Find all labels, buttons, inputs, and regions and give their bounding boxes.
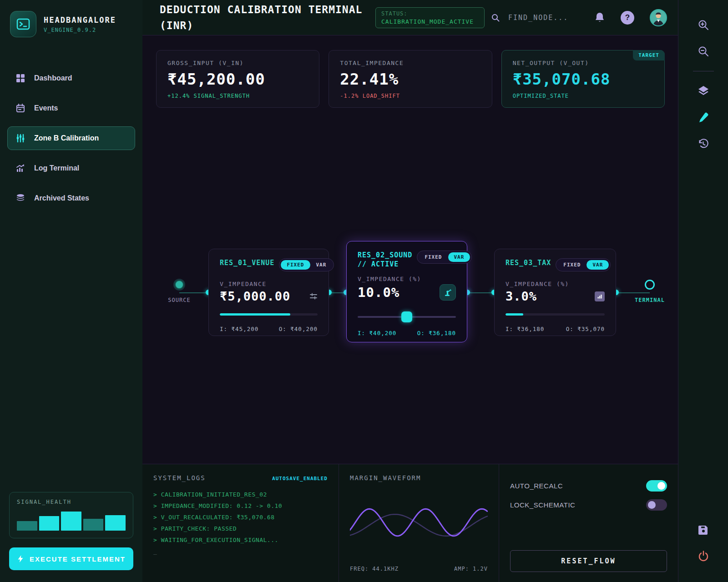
node-value: 10.0%	[358, 285, 399, 300]
stat-card-gross-input: GROSS_INPUT (V_IN) ₹45,200.00 +12.4% SIG…	[156, 50, 319, 108]
stat-card-total-impedance: TOTAL_IMPEDANCE 22.41% -1.2% LOAD_SHIFT	[329, 50, 492, 108]
signal-health-bar	[105, 515, 126, 531]
stat-delta: +12.4% SIGNAL_STRENGTH	[167, 93, 308, 99]
sidebar-item-label: Dashboard	[34, 74, 72, 82]
sidebar-item-label: Zone B Calibration	[34, 134, 99, 142]
slider-thumb[interactable]	[401, 311, 412, 322]
source-label: SOURCE	[168, 297, 190, 303]
right-toolbar	[678, 0, 728, 582]
save-button[interactable]	[698, 524, 709, 536]
log-line: > IMPEDANCE_MODIFIED: 0.12 -> 0.10	[153, 500, 328, 512]
sidebar-item-zone-b-calibration[interactable]: Zone B Calibration	[7, 126, 135, 150]
logs-title: SYSTEM_LOGS	[153, 474, 206, 482]
log-chart-icon	[15, 163, 26, 173]
search-placeholder: FIND_NODE...	[508, 14, 568, 22]
signal-health-card: SIGNAL_HEALTH	[9, 492, 133, 538]
node-value-label: V_IMPEDANCE (%)	[506, 281, 605, 287]
sidebar-item-label: Log Terminal	[34, 164, 79, 172]
fixed-var-toggle: FIXED VAR	[279, 258, 334, 271]
adjustments-icon[interactable]	[309, 292, 318, 301]
node-input-value: I: ₹45,200	[220, 326, 258, 332]
header: DEDUCTION CALIBRATION TERMINAL (INR) STA…	[142, 0, 678, 35]
node-value: 3.0%	[506, 289, 537, 303]
bottom-strip: SYSTEM_LOGS AUTOSAVE_ENABLED > CALIBRATI…	[142, 464, 678, 582]
log-line: > CALIBRATION_INITIATED_RES_02	[153, 489, 328, 500]
sidebar: HEADBANGALORE V_ENGINE_0.9.2 Dashboard	[0, 0, 142, 582]
signal-health-bars	[17, 511, 126, 531]
system-logs-panel: SYSTEM_LOGS AUTOSAVE_ENABLED > CALIBRATI…	[142, 464, 339, 582]
log-cursor: _	[153, 546, 328, 557]
impedance-progress	[506, 313, 605, 316]
node-output-value: O: ₹36,180	[417, 330, 456, 336]
brand-name: HEADBANGALORE	[44, 15, 116, 25]
fixed-var-toggle: FIXED VAR	[556, 258, 611, 271]
sidebar-item-log-terminal[interactable]: Log Terminal	[7, 156, 135, 180]
toolbar-divider	[693, 71, 714, 71]
node-input-value: I: ₹40,200	[358, 330, 396, 336]
signal-health-bar	[83, 519, 104, 531]
autosave-badge: AUTOSAVE_ENABLED	[272, 476, 328, 482]
sidebar-item-dashboard[interactable]: Dashboard	[7, 66, 135, 90]
node-title: RES_02_SOUND // ACTIVE	[358, 251, 412, 269]
status-label: STATUS:	[381, 10, 479, 17]
find-node-search[interactable]: FIND_NODE...	[491, 13, 568, 22]
toggle-var[interactable]: VAR	[310, 260, 333, 270]
archived-database-icon	[15, 193, 26, 203]
node-output-value: O: ₹35,070	[566, 326, 605, 332]
node-title: RES_01_VENUE	[220, 258, 274, 267]
toggle-fixed[interactable]: FIXED	[281, 260, 310, 270]
robot-arm-icon[interactable]	[440, 284, 456, 301]
auto-recalc-toggle[interactable]	[646, 480, 667, 492]
lock-schematic-label: LOCK_SCHEMATIC	[510, 501, 575, 509]
zoom-out-button[interactable]	[698, 45, 709, 57]
waveform-title: MARGIN_WAVEFORM	[350, 474, 488, 482]
node-input-value: I: ₹36,180	[506, 326, 544, 332]
impedance-slider[interactable]	[358, 316, 456, 318]
node-res-03-tax: RES_03_TAX FIXED VAR V_IMPEDANCE (%) 3.0…	[494, 249, 616, 336]
toggle-fixed[interactable]: FIXED	[419, 252, 448, 262]
stat-label: NET_OUTPUT (V_OUT)	[513, 60, 653, 66]
stat-delta: -1.2% LOAD_SHIFT	[340, 93, 480, 99]
signal-health-bar	[39, 516, 60, 531]
stat-delta: OPTIMIZED_STATE	[513, 93, 653, 99]
log-output: > CALIBRATION_INITIATED_RES_02 > IMPEDAN…	[153, 489, 328, 557]
margin-waveform-panel: MARGIN_WAVEFORM FREQ: 44.1KHZ AMP: 1.2V	[339, 464, 499, 582]
lock-schematic-toggle[interactable]	[646, 499, 667, 511]
user-avatar[interactable]	[650, 9, 667, 26]
toggle-var[interactable]: VAR	[586, 260, 609, 270]
edit-pencil-button[interactable]	[698, 111, 709, 123]
status-badge: STATUS: CALIBRATION_MODE_ACTIVE	[375, 7, 485, 28]
waveform-amp: AMP: 1.2V	[454, 566, 488, 572]
node-output-value: O: ₹40,200	[279, 326, 318, 332]
bar-chart-icon[interactable]	[595, 291, 605, 301]
execute-settlement-button[interactable]: EXECUTE SETTLEMENT	[9, 547, 133, 570]
log-line: > V_OUT_RECALCULATED: ₹35,070.68	[153, 512, 328, 523]
bolt-icon	[17, 555, 24, 563]
help-button[interactable]: ?	[621, 11, 634, 25]
reset-flow-button[interactable]: RESET_FLOW	[510, 550, 667, 572]
toggle-fixed[interactable]: FIXED	[557, 260, 586, 270]
toggle-var[interactable]: VAR	[448, 252, 470, 262]
waveform-freq: FREQ: 44.1KHZ	[350, 566, 399, 572]
history-button[interactable]	[697, 138, 709, 150]
sidebar-item-archived-states[interactable]: Archived States	[7, 186, 135, 210]
page-title: DEDUCTION CALIBRATION TERMINAL (INR)	[160, 2, 374, 33]
layers-button[interactable]	[697, 85, 710, 97]
source-node	[175, 280, 184, 289]
sidebar-item-events[interactable]: Events	[7, 96, 135, 120]
stat-label: TOTAL_IMPEDANCE	[340, 60, 480, 66]
stat-card-net-output: TARGET NET_OUTPUT (V_OUT) ₹35,070.68 OPT…	[501, 50, 665, 108]
node-value-label: V_IMPEDANCE	[220, 281, 318, 287]
terminal-label: TERMINAL	[635, 297, 665, 303]
fixed-var-toggle: FIXED VAR	[417, 251, 472, 264]
calibration-sliders-icon	[15, 133, 26, 143]
power-button[interactable]	[698, 550, 709, 562]
brand: HEADBANGALORE V_ENGINE_0.9.2	[0, 0, 142, 48]
node-title: RES_03_TAX	[506, 258, 551, 267]
zoom-in-button[interactable]	[698, 19, 709, 31]
waveform-plot	[350, 482, 488, 566]
notifications-bell-icon[interactable]	[594, 12, 605, 24]
node-res-02-sound: RES_02_SOUND // ACTIVE FIXED VAR V_IMPED…	[346, 241, 467, 342]
signal-health-bar	[17, 521, 37, 531]
status-value: CALIBRATION_MODE_ACTIVE	[381, 18, 479, 25]
